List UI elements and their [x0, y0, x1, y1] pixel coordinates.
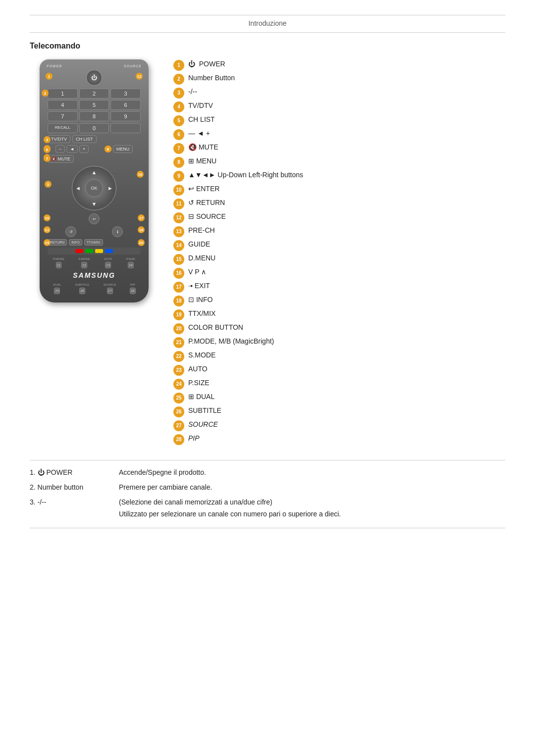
badge-2: 2: [42, 90, 49, 97]
legend-text-3: -/--: [188, 87, 197, 97]
btn-psize[interactable]: 24: [128, 262, 134, 268]
legend-text-2: Number Button: [188, 73, 235, 83]
legend-item-20: 20 COLOR BUTTON: [173, 323, 505, 334]
btn-pmode[interactable]: 21: [56, 262, 62, 268]
btn-4[interactable]: 4: [48, 100, 78, 110]
enter-return-row: 10 ↩ 17: [48, 213, 141, 224]
btn-smode[interactable]: 22: [81, 262, 87, 268]
legend-item-26: 26 SUBTITLE: [173, 406, 505, 417]
legend-text-5: CH LIST: [188, 115, 215, 125]
btn-3[interactable]: 3: [110, 89, 141, 99]
legend-item-7: 7 🔇 MUTE: [173, 143, 505, 154]
btn-subtitle[interactable]: 26: [79, 288, 85, 294]
btn-2[interactable]: 2: [79, 89, 109, 99]
legend-text-27: SOURCE: [188, 420, 218, 430]
legend-text-10: ↩ ENTER: [188, 184, 219, 194]
badge-17: 17: [138, 214, 145, 221]
legend-text-17: ·▪ EXIT: [188, 281, 210, 291]
legend-badge-9: 9: [173, 171, 184, 182]
badge-8-inline: 8: [105, 146, 111, 152]
psize-group: P.SIZE 24: [126, 256, 136, 268]
btn-menu[interactable]: MENU: [113, 145, 133, 153]
btn-pip[interactable]: 28: [130, 288, 136, 294]
color-green[interactable]: [85, 249, 93, 253]
nav-right-arrow[interactable]: ►: [107, 185, 113, 191]
btn-info[interactable]: ℹ: [112, 226, 123, 237]
btn-source[interactable]: 27: [107, 288, 113, 294]
btn-dual[interactable]: 25: [54, 288, 60, 294]
legend-badge-17: 17: [173, 282, 184, 293]
vol-row: 6 − ◄ + 8 MENU: [48, 145, 141, 153]
nav-down-arrow[interactable]: ▼: [92, 201, 97, 207]
mute-row: 7 🔇 MUTE: [48, 155, 141, 163]
color-blue[interactable]: [105, 249, 113, 253]
desc-row-2: 2. Number button Premere per cambiare ca…: [30, 483, 505, 491]
num-grid: 1 2 3 4 5 6 7 8 9: [48, 89, 141, 121]
btn-8[interactable]: 8: [79, 111, 109, 121]
legend-text-16: V P ∧: [188, 267, 206, 277]
subtitle-group: SUBTITLE 26: [75, 282, 90, 294]
btn-0[interactable]: 0: [79, 123, 109, 133]
desc-row-1: 1. ⏻ POWER Accende/Spegne il prodotto.: [30, 468, 505, 476]
btn-enter[interactable]: ↩: [89, 213, 100, 224]
legend-item-5: 5 CH LIST: [173, 115, 505, 126]
descriptions: 1. ⏻ POWER Accende/Spegne il prodotto. 2…: [30, 460, 505, 518]
legend-text-28: PIP: [188, 434, 200, 444]
desc-value-2: Premere per cambiare canale.: [119, 483, 505, 491]
legend-text-23: AUTO: [188, 364, 208, 374]
legend-text-18: ⊡ INFO: [188, 295, 213, 305]
legend-text-6: — ◄ +: [188, 129, 210, 139]
vol-mute[interactable]: ◄: [66, 145, 78, 153]
legend-item-2: 2 Number Button: [173, 73, 505, 85]
legend-badge-1: 1: [173, 60, 184, 71]
badge-1: 1: [46, 73, 53, 80]
btn-5[interactable]: 5: [79, 100, 109, 110]
legend-text-22: S.MODE: [188, 351, 215, 360]
btn-7[interactable]: 7: [48, 111, 78, 121]
legend-text-9: ▲▼◄► Up-Down Left-Right buttons: [188, 170, 303, 180]
badge-19-l: 19: [44, 239, 51, 246]
legend-text-11: ↺ RETURN: [188, 198, 225, 208]
btn-chlist[interactable]: CH LIST: [72, 135, 97, 143]
desc-label-3: 3. -/--: [30, 498, 109, 518]
legend-badge-27: 27: [173, 420, 184, 431]
legend-text-20: COLOR BUTTON: [188, 323, 243, 333]
desc-value-3: (Selezione dei canali memorizzati a una/…: [119, 498, 505, 518]
btn-subtitle-lbl: SUBTITLE: [75, 282, 90, 287]
vol-minus[interactable]: −: [55, 145, 65, 153]
color-red[interactable]: [75, 249, 83, 253]
btn-more[interactable]: [110, 123, 141, 133]
btn-ttx[interactable]: TTX/MIX: [84, 239, 103, 246]
legend-badge-12: 12: [173, 212, 184, 223]
btn-return[interactable]: ↺: [65, 226, 76, 237]
legend-badge-5: 5: [173, 115, 184, 126]
btn-1[interactable]: 1: [48, 89, 78, 99]
remote-container: POWER SOURCE 1 ⏻ 12 2 1 2: [30, 59, 159, 302]
btn-tvdtv[interactable]: TV/DTV: [48, 135, 70, 143]
legend-text-24: P.SIZE: [188, 378, 210, 388]
btn-auto[interactable]: 23: [105, 262, 111, 268]
nav-up-arrow[interactable]: ▲: [92, 169, 97, 175]
btn-6[interactable]: 6: [110, 100, 141, 110]
nav-left-arrow[interactable]: ◄: [75, 185, 81, 191]
badge-3: 3: [44, 136, 51, 143]
btn-9[interactable]: 9: [110, 111, 141, 121]
btn-recall[interactable]: RECALL: [48, 123, 78, 133]
legend-badge-16: 16: [173, 268, 184, 279]
power-button[interactable]: ⏻: [86, 70, 102, 86]
zero-row: RECALL 0: [48, 123, 141, 133]
ch-controls: 8 MENU: [105, 145, 133, 153]
btn-mute[interactable]: 🔇 MUTE: [48, 155, 74, 163]
vol-plus[interactable]: +: [79, 145, 89, 153]
pmode-row: P.MODE 21 S.MODE 22 AUTO 23 P.SIZE 24: [47, 256, 142, 268]
btn-info2[interactable]: INFO: [69, 239, 82, 246]
nav-ok[interactable]: OK: [85, 179, 103, 197]
legend-badge-24: 24: [173, 379, 184, 390]
btn-auto-lbl: AUTO: [104, 256, 113, 261]
color-yellow[interactable]: [95, 249, 103, 253]
dual-row: DUAL 25 SUBTITLE 26 SOURCE 27 PIP 28: [47, 282, 142, 294]
desc-value-1: Accende/Spegne il prodotto.: [119, 468, 505, 476]
btn-pmode-lbl: P.MODE: [53, 256, 65, 261]
badge-9: 9: [45, 181, 52, 188]
auto-group: AUTO 23: [104, 256, 113, 268]
